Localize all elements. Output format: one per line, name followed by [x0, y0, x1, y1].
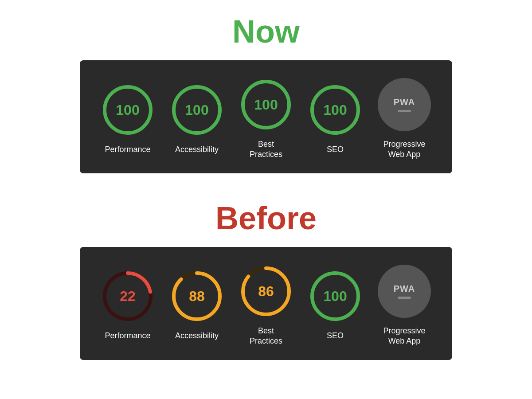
gauge-seo-before: 100: [309, 270, 362, 323]
gauge-value-bestpractices-before: 86: [258, 283, 274, 299]
score-label-seo-before: SEO: [327, 331, 344, 341]
gauge-value-seo-before: 100: [323, 288, 347, 305]
gauge-bestpractices-before: 86: [239, 265, 293, 318]
score-item-performance-now: 100 Performance: [101, 83, 154, 155]
score-label-accessibility-before: Accessibility: [175, 331, 219, 341]
pwa-icon-text-before: PWA: [394, 284, 415, 294]
pwa-badge-now: PWA: [378, 78, 431, 131]
score-item-pwa-before: PWA ProgressiveWeb App: [378, 265, 431, 347]
pwa-icon-text-now: PWA: [394, 97, 415, 107]
score-label-bestpractices-before: BestPractices: [250, 326, 282, 347]
gauge-seo-now: 100: [309, 83, 362, 137]
pwa-dash-before: [398, 297, 411, 299]
gauge-value-seo-now: 100: [323, 102, 347, 118]
before-scorecard: 22 Performance 88 Accessibility 86 BestP…: [80, 247, 452, 360]
gauge-value-performance-now: 100: [116, 102, 139, 118]
now-scorecard: 100 Performance 100 Accessibility 100 Be…: [80, 60, 452, 173]
score-item-performance-before: 22 Performance: [101, 270, 154, 341]
gauge-value-accessibility-now: 100: [185, 102, 208, 118]
gauge-accessibility-now: 100: [170, 83, 223, 137]
score-item-bestpractices-now: 100 BestPractices: [239, 78, 293, 160]
gauge-value-bestpractices-now: 100: [254, 97, 278, 113]
now-title: Now: [232, 13, 300, 50]
gauge-value-accessibility-before: 88: [189, 288, 205, 305]
score-label-accessibility-now: Accessibility: [175, 145, 219, 155]
score-item-seo-before: 100 SEO: [309, 270, 362, 341]
score-label-pwa-before: ProgressiveWeb App: [383, 326, 425, 347]
pwa-dash-now: [398, 110, 411, 112]
score-item-accessibility-now: 100 Accessibility: [170, 83, 223, 155]
gauge-performance-before: 22: [101, 270, 154, 323]
score-item-seo-now: 100 SEO: [309, 83, 362, 155]
score-label-pwa-now: ProgressiveWeb App: [383, 139, 425, 160]
score-item-pwa-now: PWA ProgressiveWeb App: [378, 78, 431, 160]
score-label-seo-now: SEO: [327, 145, 344, 155]
gauge-value-performance-before: 22: [120, 288, 136, 305]
score-label-bestpractices-now: BestPractices: [250, 139, 282, 160]
gauge-bestpractices-now: 100: [239, 78, 293, 131]
score-label-performance-now: Performance: [105, 145, 150, 155]
score-item-bestpractices-before: 86 BestPractices: [239, 265, 293, 347]
score-item-accessibility-before: 88 Accessibility: [170, 270, 223, 341]
gauge-performance-now: 100: [101, 83, 154, 137]
before-title: Before: [215, 200, 317, 236]
pwa-badge-before: PWA: [378, 265, 431, 318]
gauge-accessibility-before: 88: [170, 270, 223, 323]
score-label-performance-before: Performance: [105, 331, 150, 341]
